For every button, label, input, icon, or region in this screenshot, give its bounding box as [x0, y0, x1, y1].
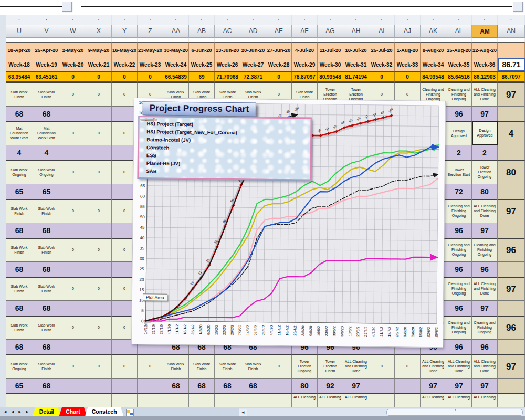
column-header-AA[interactable]: AA	[163, 25, 189, 38]
cell-W-num-6[interactable]	[60, 300, 86, 316]
cell-AM-num-5[interactable]: 96	[472, 261, 498, 277]
cell-U-status-1[interactable]: Slab Work Finish	[6, 82, 33, 106]
split-line-right[interactable]	[81, 6, 512, 7]
cell-V-num-5[interactable]: 68	[33, 261, 60, 277]
column-header-X[interactable]: X	[86, 25, 112, 38]
cell-AM-status-1[interactable]: ALL Cleaning and Finishing Done	[472, 82, 498, 106]
cell-AN-num-5[interactable]	[498, 261, 525, 277]
project-progress-chart-object[interactable]: 0510152025303540455055606570758085909510…	[131, 98, 446, 348]
column-header-AM[interactable]: AM	[472, 25, 498, 38]
cell-Z-status-8[interactable]: 0	[138, 354, 163, 378]
cell-W-status-1[interactable]: 0	[60, 82, 86, 106]
cell-AL-status-2[interactable]: Design Approved	[446, 121, 472, 145]
dot-cell-AC[interactable]: ·	[215, 15, 240, 25]
cell-AB-num-8[interactable]: 68	[189, 378, 215, 393]
tab-nav-next-icon[interactable]: ►	[18, 410, 22, 414]
gap-cell-V[interactable]	[33, 38, 60, 42]
gap-cell-AM[interactable]	[472, 38, 498, 42]
cell-AG-status-8[interactable]: Tower Erection Finish	[318, 354, 343, 378]
cell-X-num-8[interactable]	[86, 378, 112, 393]
cell-W-status-8[interactable]: 0	[60, 354, 86, 378]
cell-AN-num-4[interactable]	[498, 223, 525, 238]
cell-W-status-5[interactable]: 0	[60, 238, 86, 261]
cell-AM-num-7[interactable]: 96	[472, 339, 498, 354]
cell-AC-status-8[interactable]: Slab Work Finish	[215, 354, 240, 378]
cell-AN-status-2[interactable]: 4	[498, 121, 525, 145]
cell-AD-partial[interactable]	[240, 393, 266, 407]
cell-AC-date[interactable]: 13-Jun-20	[215, 42, 240, 58]
cell-AN-status-5[interactable]: 96	[498, 238, 525, 261]
cell-Y-partial[interactable]	[112, 393, 138, 407]
cell-Y-num-8[interactable]	[112, 378, 138, 393]
cell-AA-status-8[interactable]: Slab Work Finish	[163, 354, 189, 378]
cell-AG-progress[interactable]: 80.93548	[318, 71, 343, 82]
cell-X-num-3[interactable]	[86, 184, 112, 199]
cell-W-status-6[interactable]: 0	[60, 277, 86, 300]
cell-AA-progress[interactable]: 66.54839	[163, 71, 189, 82]
cell-AB-date[interactable]: 6-Jun-20	[189, 42, 215, 58]
cell-V-status-7[interactable]: Slab Work Finish	[33, 316, 60, 339]
cell-AC-num-8[interactable]: 68	[215, 378, 240, 393]
cell-AG-week[interactable]: Week-30	[318, 58, 343, 71]
cell-X-num-2[interactable]	[86, 145, 112, 160]
cell-AK-week[interactable]: Week-34	[421, 58, 446, 71]
dot-cell-AJ[interactable]: ·	[395, 15, 421, 25]
cell-AN-status-4[interactable]: 97	[498, 199, 525, 223]
cell-V-status-2[interactable]: Mat Foundation Work Start	[33, 121, 60, 145]
cell-AN-num-6[interactable]	[498, 300, 525, 316]
cell-V-num-4[interactable]: 68	[33, 223, 60, 238]
cell-AL-status-6[interactable]: Cleaning and Finishing Ongoing	[446, 277, 472, 300]
cell-AL-status-5[interactable]: Cleaning and Finishing Ongoing	[446, 238, 472, 261]
cell-AN-num-8[interactable]	[498, 378, 525, 393]
dot-cell-AD[interactable]: ·	[240, 15, 266, 25]
cell-AJ-week[interactable]: Week-33	[395, 58, 421, 71]
scrollbar-thumb[interactable]	[386, 409, 523, 416]
cell-AM-num-3[interactable]: 80	[472, 184, 498, 199]
cell-AN-progress[interactable]: 86.7097	[498, 71, 525, 82]
gap-cell-AB[interactable]	[189, 38, 215, 42]
cell-AE-week[interactable]: Week-28	[266, 58, 292, 71]
cell-AN-num-3[interactable]	[498, 184, 525, 199]
cell-U-num-8[interactable]: 65	[6, 378, 33, 393]
cell-V-num-1[interactable]: 68	[33, 106, 60, 121]
cell-AL-num-4[interactable]: 96	[446, 223, 472, 238]
cell-V-status-4[interactable]: Slab Work Finish	[33, 199, 60, 223]
cell-AN-status-7[interactable]: 96	[498, 316, 525, 339]
cell-AK-date[interactable]: 8-Aug-20	[421, 42, 446, 58]
cell-AL-status-3[interactable]: Tower Erection Start	[446, 160, 472, 184]
cell-U-num-2[interactable]: 4	[6, 145, 33, 160]
insert-sheet-icon[interactable]	[126, 409, 134, 416]
cell-W-num-4[interactable]	[60, 223, 86, 238]
cell-AF-num-8[interactable]: 80	[292, 378, 318, 393]
cell-AL-num-3[interactable]: 72	[446, 184, 472, 199]
cell-AL-status-8[interactable]: ALL Cleaning and Finishing Done	[446, 354, 472, 378]
gap-cell-AN[interactable]	[498, 38, 525, 42]
cell-W-status-7[interactable]: 0	[60, 316, 86, 339]
cell-Y-progress[interactable]: 0	[112, 71, 138, 82]
cell-W-partial[interactable]	[60, 393, 86, 407]
cell-AN-status-6[interactable]: 97	[498, 277, 525, 300]
cell-W-num-7[interactable]	[60, 339, 86, 354]
cell-AI-partial[interactable]	[369, 393, 395, 407]
cell-AL-num-8[interactable]: 97	[446, 378, 472, 393]
dot-cell-U[interactable]: ·	[6, 15, 33, 25]
cell-AE-date[interactable]: 27-Jun-20	[266, 42, 292, 58]
cell-AH-status-8[interactable]: ALL Cleaning and Finishing Done	[343, 354, 369, 378]
cell-AM-status-8[interactable]: ALL Cleaning and Finishing Done	[472, 354, 498, 378]
cell-AF-status-8[interactable]: Tower Erection Ongoing	[292, 354, 318, 378]
cell-AL-status-7[interactable]: Cleaning and Finishing Ongoing	[446, 316, 472, 339]
cell-AL-num-2[interactable]: 2	[446, 145, 472, 160]
cell-U-partial[interactable]	[6, 393, 33, 407]
cell-AN-status-3[interactable]: 80	[498, 160, 525, 184]
cell-V-status-8[interactable]: Slab Work Finish	[33, 354, 60, 378]
cell-AB-partial[interactable]	[189, 393, 215, 407]
cell-AN-status-1[interactable]: 97	[498, 82, 525, 106]
cell-AA-week[interactable]: Week-24	[163, 58, 189, 71]
cell-AI-num-8[interactable]	[369, 378, 395, 393]
dot-cell-Y[interactable]: ·	[112, 15, 138, 25]
cell-AL-date[interactable]: 15-Aug-20	[446, 42, 472, 58]
cell-AD-date[interactable]: 20-Jun-20	[240, 42, 266, 58]
cell-V-status-5[interactable]: Slab Work Finish	[33, 238, 60, 261]
column-header-Y[interactable]: Y	[112, 25, 138, 38]
column-header-AB[interactable]: AB	[189, 25, 215, 38]
